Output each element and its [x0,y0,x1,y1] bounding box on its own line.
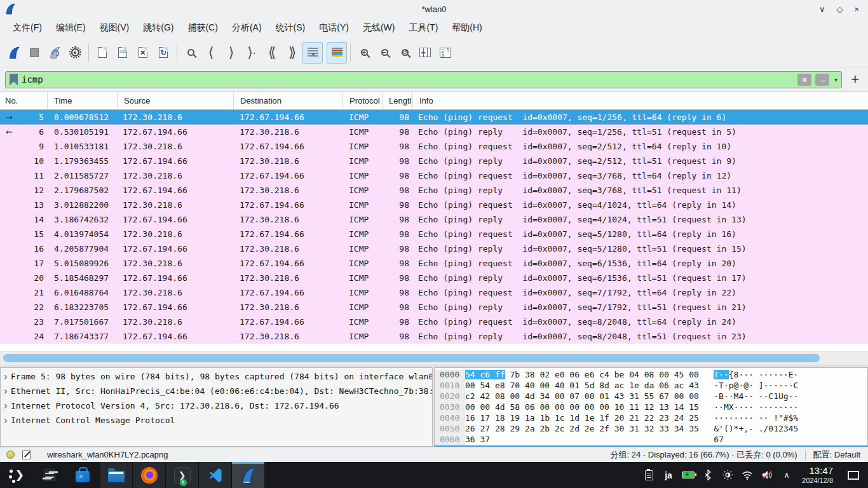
menu-item[interactable]: 统计(S) [269,20,312,36]
hex-row[interactable]: 0020 c2 42 08 00 4d 34 00 07 00 01 43 31… [470,391,798,402]
open-file-button[interactable] [92,42,112,64]
capture-options-button[interactable] [65,42,85,64]
hex-row[interactable]: 0040 16 17 18 19 1a 1b 1c 1d 1e 1f 20 21… [470,413,798,424]
packet-row[interactable]: 13 3.012882200 172.30.218.6 172.67.194.6… [0,198,868,212]
capture-filename[interactable]: wireshark_wlan0KH7LY2.pcapng [47,450,168,459]
filter-add-button[interactable]: + [847,72,863,86]
firefox-button[interactable] [132,462,165,488]
zoom-out-button[interactable]: − [374,42,395,64]
packet-row[interactable]: 23 7.017501667 172.30.218.6 172.67.194.6… [0,315,868,329]
column-header-length[interactable]: Lengtl [383,92,413,109]
packet-row[interactable]: 11 2.011585727 172.30.218.6 172.67.194.6… [0,168,868,183]
maximize-icon[interactable]: ◇ [836,5,843,13]
number-columns-button[interactable] [435,42,456,64]
packet-row[interactable]: 20 5.185468297 172.67.194.66 172.30.218.… [0,271,868,285]
packet-row[interactable]: 17 5.015089926 172.30.218.6 172.67.194.6… [0,256,868,271]
zoom-in-button[interactable]: + [354,42,374,64]
packet-row[interactable]: →5 0.009678512 172.30.218.6 172.67.194.6… [0,110,868,125]
menu-item[interactable]: 工具(T) [402,20,444,36]
expander-icon[interactable]: › [1,386,11,397]
packet-row[interactable]: 10 1.179363455 172.67.194.66 172.30.218.… [0,154,868,168]
detail-row[interactable]: › Internet Protocol Version 4, Src: 172.… [1,398,432,413]
packet-row[interactable]: 22 6.183223705 172.67.194.66 172.30.218.… [0,300,868,315]
column-header-source[interactable]: Source [118,92,234,109]
wifi-icon[interactable] [740,468,754,483]
column-header-destination[interactable]: Destination [234,92,343,109]
file-manager-button[interactable] [99,462,132,488]
packet-row[interactable]: ←6 0.530105191 172.67.194.66 172.30.218.… [0,125,868,139]
expander-icon[interactable]: › [1,400,11,412]
reload-file-button[interactable] [153,42,173,64]
packet-row[interactable]: 12 2.179687502 172.67.194.66 172.30.218.… [0,183,868,198]
column-header-info[interactable]: Info [413,92,868,109]
normal-size-button[interactable]: ↺ [395,42,415,64]
packet-row[interactable]: 9 1.010533181 172.30.218.6 172.67.194.66… [0,139,868,154]
horizontal-scrollbar[interactable] [0,351,868,365]
hex-row[interactable]: 0010 00 54 e8 70 40 00 40 01 5d 8d ac 1e… [470,381,798,391]
menu-item[interactable]: 视图(V) [93,20,136,36]
brightness-icon[interactable] [721,468,735,483]
terminal-button[interactable]: ❯+ [165,462,198,488]
scrollbar-thumb[interactable] [3,354,820,362]
save-file-button[interactable] [112,42,133,64]
wireshark-taskbar-button[interactable] [231,462,264,488]
filter-value[interactable]: icmp [22,74,794,85]
hex-row[interactable]: 0000 54 c6 ff 7b 38 02 e0 06 e6 c4 be 04… [470,370,798,381]
menu-item[interactable]: 文件(F) [6,20,48,36]
start-capture-button[interactable] [4,42,24,64]
menu-item[interactable]: 分析(A) [226,20,268,36]
column-header-time[interactable]: Time [48,92,118,109]
menu-item[interactable]: 跳转(G) [137,20,180,36]
stop-capture-button[interactable] [24,42,44,64]
go-first-button[interactable]: ⟪ [262,42,282,64]
settings-button[interactable] [33,462,66,488]
bookmark-icon[interactable] [10,74,18,86]
detail-row[interactable]: › Frame 5: 98 bytes on wire (784 bits), … [1,369,432,384]
minimize-icon[interactable]: ∨ [819,5,825,13]
column-header-no[interactable]: No. [0,92,48,109]
hex-row[interactable]: 0030 00 00 4d 58 06 00 00 00 00 00 10 11… [470,402,798,413]
close-file-button[interactable] [133,42,153,64]
filter-apply-button[interactable]: → [815,74,829,86]
auto-scroll-button[interactable] [302,42,323,64]
resize-columns-button[interactable] [415,42,435,64]
menu-item[interactable]: 电话(Y) [313,20,355,36]
packet-row[interactable]: 14 3.186742632 172.67.194.66 172.30.218.… [0,212,868,227]
volume-muted-icon[interactable] [760,468,774,483]
vscode-button[interactable] [198,462,231,488]
hex-row[interactable]: 0050 26 27 28 29 2a 2b 2c 2d 2e 2f 30 31… [470,424,798,435]
go-last-button[interactable]: ⟫ [282,42,302,64]
hex-row[interactable]: 0060 36 37 67 [470,435,798,445]
chevron-down-icon[interactable]: ▾ [834,76,837,83]
colorize-button[interactable] [327,42,347,64]
tray-expand-icon[interactable]: ∧ [780,468,794,483]
go-to-packet-button[interactable]: ⟩ [241,42,262,64]
menu-item[interactable]: 帮助(H) [445,20,488,36]
capture-comment-icon[interactable] [22,451,31,459]
find-packet-button[interactable] [180,42,201,64]
go-forward-button[interactable]: ⟩ [221,42,241,64]
profile-label[interactable]: 配置: Default [813,449,862,461]
filter-clear-button[interactable]: × [797,74,811,86]
menu-item[interactable]: 编辑(E) [50,20,92,36]
bluetooth-icon[interactable] [701,468,715,483]
input-method-icon[interactable]: ja [661,468,675,483]
detail-row[interactable]: › Ethernet II, Src: HonHaiPrecis_c4:be:0… [1,384,432,398]
menu-item[interactable]: 捕获(C) [181,20,224,36]
packet-row[interactable]: 15 4.013974054 172.30.218.6 172.67.194.6… [0,227,868,241]
battery-icon[interactable] [681,468,695,483]
column-header-protocol[interactable]: Protocol [343,92,383,109]
show-desktop-button[interactable] [848,471,859,480]
packet-row[interactable]: 24 7.186743377 172.67.194.66 172.30.218.… [0,329,868,344]
app-launcher-button[interactable]: ❯ [0,462,33,488]
expander-icon[interactable]: › [1,371,11,383]
display-filter-input[interactable]: icmp × → ▾ [5,71,842,88]
clipboard-icon[interactable] [642,468,656,483]
software-store-button[interactable] [66,462,99,488]
go-back-button[interactable]: ⟨ [201,42,221,64]
clock[interactable]: 13:47 2024/12/8 [802,466,833,484]
packet-row[interactable]: 16 4.205877904 172.67.194.66 172.30.218.… [0,241,868,256]
close-icon[interactable]: × [854,5,859,13]
expander-icon[interactable]: › [1,415,11,426]
packet-row[interactable]: 21 6.016488764 172.30.218.6 172.67.194.6… [0,285,868,300]
